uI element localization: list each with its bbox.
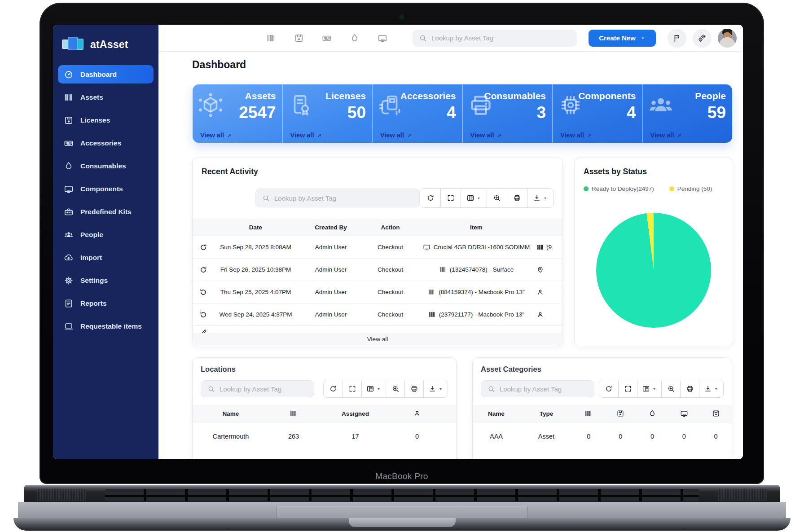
- column-header-name[interactable]: Name: [473, 410, 520, 417]
- columns-button[interactable]: [361, 380, 386, 397]
- keyboard-icon[interactable]: [322, 33, 332, 43]
- export-button[interactable]: [423, 380, 448, 397]
- print-button[interactable]: [404, 380, 423, 397]
- sidebar-item-accessories[interactable]: Accessories: [58, 134, 154, 152]
- column-header-type[interactable]: Type: [520, 410, 573, 417]
- categories-search[interactable]: [481, 380, 594, 397]
- column-header-item[interactable]: Item: [416, 224, 536, 231]
- refresh-button[interactable]: [599, 380, 618, 397]
- save-icon[interactable]: [712, 409, 720, 418]
- sidebar-item-predefined-kits[interactable]: Predefined Kits: [58, 202, 154, 221]
- view-all-footer[interactable]: View all: [193, 333, 562, 345]
- sidebar-item-licenses[interactable]: Licenses: [58, 111, 154, 129]
- activity-item[interactable]: (884159374) - Macbook Pro 13": [439, 289, 525, 295]
- avatar[interactable]: [718, 29, 737, 48]
- barcode-icon[interactable]: [584, 409, 593, 418]
- activity-item[interactable]: (237921177) - Macbook Pro 13": [439, 311, 525, 318]
- table-row[interactable]: Sun Sep 28, 2025 8:08AM Admin User Check…: [193, 236, 562, 258]
- recent-activity-controls: [202, 188, 554, 208]
- zoom-button[interactable]: [386, 380, 404, 397]
- download-icon: [428, 385, 436, 393]
- activity-date: Sun Sep 28, 2025 8:08AM: [214, 244, 297, 251]
- column-header-action[interactable]: Action: [365, 224, 416, 231]
- status-pie-chart[interactable]: [596, 213, 711, 328]
- export-button[interactable]: [699, 380, 723, 397]
- assets-by-status-panel: Assets by Status Ready to Deploy(2497) P…: [574, 158, 733, 346]
- activity-search[interactable]: [255, 189, 420, 207]
- export-button[interactable]: [527, 189, 553, 207]
- barcode-icon[interactable]: [266, 33, 276, 43]
- sidebar-item-reports[interactable]: Reports: [58, 294, 154, 312]
- table-row[interactable]: AAA Asset 0 0 0 0 0: [473, 422, 732, 450]
- person-icon[interactable]: [413, 409, 421, 418]
- activity-item[interactable]: (1324574078) - Surface: [450, 266, 514, 273]
- flag-button[interactable]: [668, 29, 686, 48]
- table-row[interactable]: Cartermouth 263 17 0: [193, 422, 456, 450]
- location-name[interactable]: Cartermouth: [193, 433, 269, 440]
- droplet-icon[interactable]: [350, 33, 360, 43]
- person-icon: [536, 311, 544, 318]
- table-row[interactable]: Thu Sep 25, 2025 4:07PM Admin User Check…: [193, 281, 562, 303]
- activity-search-input[interactable]: [274, 194, 413, 202]
- create-new-button[interactable]: Create New: [589, 30, 656, 47]
- monitor-icon[interactable]: [680, 409, 688, 418]
- view-all-link[interactable]: View all: [200, 132, 233, 139]
- monitor-icon[interactable]: [378, 33, 387, 43]
- gear-icon: [64, 276, 74, 286]
- view-all-link[interactable]: View all: [290, 132, 323, 139]
- refresh-button[interactable]: [420, 189, 440, 207]
- save-icon[interactable]: [294, 33, 304, 43]
- table-row[interactable]: Laptops Asset 2349 0 0 0 0: [473, 450, 732, 459]
- fullscreen-button[interactable]: [343, 380, 361, 397]
- fullscreen-button[interactable]: [618, 380, 637, 397]
- barcode-icon: [428, 311, 436, 318]
- refresh-button[interactable]: [324, 380, 343, 397]
- table-row[interactable]: Wed Sep 24, 2025 4:37PM Admin User Check…: [193, 303, 562, 325]
- sidebar-item-assets[interactable]: Assets: [58, 88, 154, 106]
- droplet-icon[interactable]: [648, 409, 656, 418]
- view-all-link[interactable]: View all: [470, 132, 503, 139]
- sidebar-item-components[interactable]: Components: [58, 180, 154, 198]
- sidebar-item-label: Licenses: [80, 116, 110, 124]
- fullscreen-button[interactable]: [440, 189, 461, 207]
- sidebar-item-import[interactable]: Import: [58, 248, 154, 267]
- view-all-link[interactable]: View all: [380, 132, 413, 139]
- topbar-search-input[interactable]: [431, 34, 571, 42]
- print-button[interactable]: [680, 380, 699, 397]
- column-header-assigned[interactable]: Assigned: [318, 410, 392, 417]
- legend-item-ready[interactable]: Ready to Deploy(2497): [584, 185, 654, 192]
- columns-button[interactable]: [637, 380, 661, 397]
- save-icon[interactable]: [616, 409, 624, 418]
- sidebar-item-settings[interactable]: Settings: [58, 271, 154, 290]
- barcode-icon[interactable]: [290, 409, 298, 418]
- laptop-screen: atAsset Dashboard Assets Licenses Acces: [53, 25, 743, 459]
- sidebar-item-requestable-items[interactable]: Requestable items: [58, 317, 154, 335]
- zoom-button[interactable]: [487, 189, 507, 207]
- locations-search-input[interactable]: [220, 385, 308, 393]
- locations-search[interactable]: [201, 380, 314, 397]
- settings-button[interactable]: [693, 29, 712, 48]
- zoom-button[interactable]: [661, 380, 680, 397]
- sidebar-item-consumables[interactable]: Consumables: [58, 157, 154, 175]
- table-row[interactable]: East Maximillieview 257 10 0: [193, 450, 456, 459]
- activity-item[interactable]: Crucial 4GB DDR3L-1600 SODIMM: [434, 244, 530, 251]
- view-all-link[interactable]: View all: [650, 132, 683, 139]
- column-header-date[interactable]: Date: [214, 224, 297, 231]
- report-icon: [64, 299, 74, 308]
- stat-card-licenses: Licenses 50 View all: [282, 84, 373, 143]
- columns-button[interactable]: [461, 189, 487, 207]
- app-logo[interactable]: atAsset: [53, 25, 158, 62]
- sidebar-item-dashboard[interactable]: Dashboard: [58, 65, 154, 84]
- topbar-search[interactable]: [413, 30, 577, 47]
- category-name[interactable]: AAA: [473, 433, 520, 440]
- refresh-icon: [426, 194, 435, 202]
- legend-item-pending[interactable]: Pending (50): [669, 185, 712, 192]
- view-all-link[interactable]: View all: [560, 132, 593, 139]
- table-row[interactable]: Fri Sep 26, 2025 10:38PM Admin User Chec…: [193, 258, 562, 281]
- categories-search-input[interactable]: [500, 385, 588, 393]
- column-header-name[interactable]: Name: [193, 410, 269, 417]
- sidebar-item-label: Components: [80, 185, 123, 193]
- print-button[interactable]: [507, 189, 527, 207]
- column-header-created-by[interactable]: Created By: [297, 224, 365, 231]
- sidebar-item-people[interactable]: People: [58, 225, 154, 244]
